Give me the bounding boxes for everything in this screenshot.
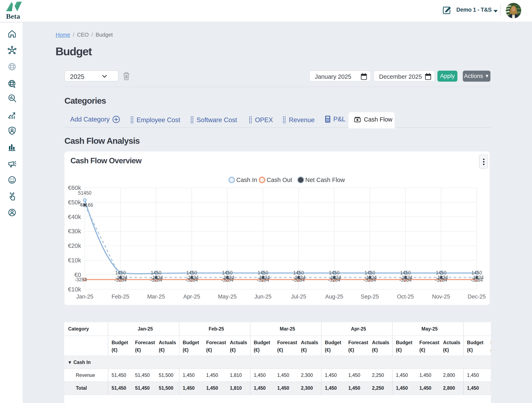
svg-text:Feb-25: Feb-25 bbox=[112, 294, 129, 300]
svg-text:Jan-25: Jan-25 bbox=[76, 294, 94, 300]
svg-text:€20k: €20k bbox=[68, 242, 81, 249]
svg-text:Jul-25: Jul-25 bbox=[291, 294, 306, 300]
svg-text:-3284: -3284 bbox=[292, 277, 305, 283]
svg-text:Aug-25: Aug-25 bbox=[325, 294, 343, 300]
svg-text:48166: 48166 bbox=[80, 202, 93, 208]
svg-text:-3284: -3284 bbox=[114, 277, 127, 283]
svg-text:Dec-25: Dec-25 bbox=[468, 294, 486, 300]
svg-text:-3284: -3284 bbox=[399, 277, 412, 283]
svg-text:Jun-25: Jun-25 bbox=[254, 294, 272, 300]
svg-text:-3284: -3284 bbox=[186, 277, 198, 283]
svg-text:Apr-25: Apr-25 bbox=[183, 294, 200, 300]
svg-text:-3284: -3284 bbox=[364, 277, 376, 283]
svg-text:Cash In: Cash In bbox=[236, 176, 257, 183]
svg-text:-3284: -3284 bbox=[150, 277, 162, 283]
svg-text:€50k: €50k bbox=[68, 199, 81, 206]
svg-text:Mar-25: Mar-25 bbox=[147, 294, 165, 300]
svg-text:Oct-25: Oct-25 bbox=[397, 294, 414, 300]
svg-text:-3284: -3284 bbox=[257, 277, 269, 283]
svg-text:-3284: -3284 bbox=[328, 277, 340, 283]
svg-text:-3284: -3284 bbox=[221, 277, 233, 283]
svg-text:Nov-25: Nov-25 bbox=[432, 294, 450, 300]
svg-text:Sep-25: Sep-25 bbox=[361, 294, 379, 300]
svg-text:-3284: -3284 bbox=[75, 277, 87, 282]
svg-text:-3284: -3284 bbox=[435, 277, 447, 283]
svg-text:€30k: €30k bbox=[68, 228, 81, 234]
svg-text:€10k: €10k bbox=[68, 257, 81, 264]
svg-text:€40k: €40k bbox=[68, 214, 81, 220]
svg-text:€10k: €10k bbox=[68, 286, 81, 293]
svg-text:Net Cash Flow: Net Cash Flow bbox=[305, 176, 345, 183]
svg-text:51450: 51450 bbox=[78, 190, 91, 196]
svg-text:May-25: May-25 bbox=[218, 294, 237, 300]
svg-text:Cash Out: Cash Out bbox=[267, 176, 292, 183]
svg-text:-3284: -3284 bbox=[471, 277, 483, 283]
